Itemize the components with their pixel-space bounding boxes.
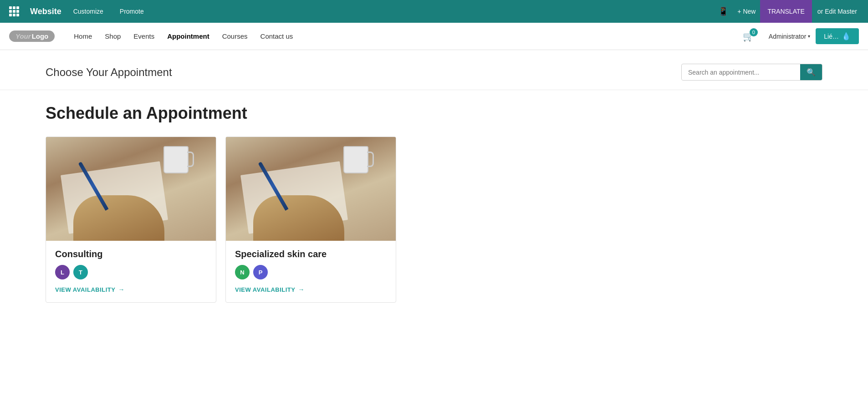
card-title: Consulting [55,249,207,259]
edit-master-button[interactable]: or Edit Master [812,5,863,18]
navbar: Your Logo Home Shop Events Appointment C… [0,23,868,50]
search-button[interactable]: 🔍 [800,64,822,80]
lien-label: Lié… [824,33,839,40]
card-title: Specialized skin care [235,249,387,259]
admin-bar: Website Customize Promote 📱 + New TRANSL… [0,0,868,23]
desk-mug [343,146,368,173]
nav-links: Home Shop Events Appointment Courses Con… [68,30,743,43]
nav-courses[interactable]: Courses [217,30,253,43]
logo-wrap: Your Logo [9,30,55,42]
main-content: Schedule an Appointment ConsultingLTVIEW… [0,90,868,316]
phone-icon: 📱 [718,7,728,16]
page-header: Choose Your Appointment 🔍 [0,50,868,90]
website-label: Website [30,7,61,16]
avatar: P [253,265,268,279]
avatar: N [235,265,250,279]
nav-right: 🛒 0 Administrator ▾ Lié… 💧 [743,28,859,44]
avatar-row: LT [55,265,207,279]
admin-user-label: Administrator [769,33,806,40]
site-logo[interactable]: Your Logo [9,30,55,42]
search-input[interactable] [682,65,800,80]
cart-button[interactable]: 🛒 0 [743,31,754,42]
card-body: Specialized skin careNPVIEW AVAILABILITY… [226,241,396,302]
desk-scene [226,137,396,241]
cart-badge: 0 [750,28,758,36]
chevron-down-icon: ▾ [808,34,810,39]
new-button[interactable]: + New [733,5,760,18]
view-availability-button[interactable]: VIEW AVAILABILITY → [55,286,125,293]
mobile-preview-button[interactable]: 📱 [714,4,733,19]
card-image [46,137,216,241]
nav-contact-us[interactable]: Contact us [255,30,299,43]
grid-icon [9,6,19,16]
desk-scene [46,137,216,241]
cards-grid: ConsultingLTVIEW AVAILABILITY → Speciali… [46,137,822,303]
logo-text: Logo [32,32,49,40]
logo-your: Your [15,32,31,40]
appointment-card[interactable]: ConsultingLTVIEW AVAILABILITY → [46,137,216,303]
avatar: T [73,265,88,279]
page-title: Choose Your Appointment [46,66,172,79]
view-availability-button[interactable]: VIEW AVAILABILITY → [235,286,305,293]
view-availability-label: VIEW AVAILABILITY [235,286,295,293]
avatar-row: NP [235,265,387,279]
nav-appointment[interactable]: Appointment [162,30,214,43]
admin-bar-left: Website Customize Promote [5,5,706,18]
avatar: L [55,265,70,279]
card-image [226,137,396,241]
admin-bar-right: 📱 + New TRANSLATE or Edit Master [714,0,863,23]
drop-icon: 💧 [842,32,851,41]
translate-button[interactable]: TRANSLATE [760,0,812,23]
grid-menu-button[interactable] [5,5,23,18]
view-availability-label: VIEW AVAILABILITY [55,286,115,293]
section-title: Schedule an Appointment [46,104,822,123]
arrow-right-icon: → [298,286,305,293]
arrow-right-icon: → [118,286,125,293]
nav-home[interactable]: Home [68,30,97,43]
nav-events[interactable]: Events [128,30,160,43]
search-icon: 🔍 [807,68,816,76]
card-body: ConsultingLTVIEW AVAILABILITY → [46,241,216,302]
desk-mug [163,146,189,173]
promote-button[interactable]: Promote [115,5,148,18]
customize-button[interactable]: Customize [69,5,108,18]
admin-user-button[interactable]: Administrator ▾ [769,33,810,40]
grid-menu-icon [9,6,19,16]
appointment-card[interactable]: Specialized skin careNPVIEW AVAILABILITY… [225,137,396,303]
nav-shop[interactable]: Shop [99,30,126,43]
lien-button[interactable]: Lié… 💧 [816,28,859,44]
search-wrap: 🔍 [681,64,822,81]
